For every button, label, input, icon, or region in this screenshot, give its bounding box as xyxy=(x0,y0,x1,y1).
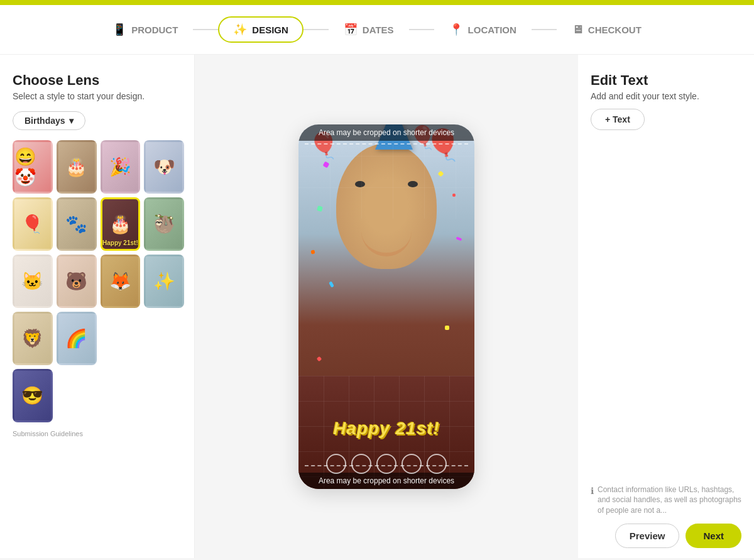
lens-item[interactable]: 🎂 xyxy=(57,140,97,194)
lens-preview: 😎 xyxy=(14,371,51,420)
lens-item[interactable]: 🌈 xyxy=(57,312,97,365)
lens-item[interactable]: 🦁 xyxy=(13,312,53,365)
left-panel: Choose Lens Select a style to start your… xyxy=(0,55,195,558)
lens-preview: 🦁 xyxy=(14,314,51,363)
birthday-overlay-text[interactable]: Happy 21st! xyxy=(333,419,440,439)
confetti xyxy=(317,356,322,361)
right-panel-bottom: ℹ Contact information like URLs, hashtag… xyxy=(591,472,741,548)
info-text: Contact information like URLs, hashtags,… xyxy=(598,485,741,516)
lens-item[interactable]: ✨ xyxy=(144,255,184,308)
next-button[interactable]: Next xyxy=(686,524,741,548)
face-circle[interactable] xyxy=(326,454,346,474)
lens-preview: 🎈 xyxy=(14,199,51,249)
preview-button[interactable]: Preview xyxy=(615,524,680,548)
step-navigation: 📱 PRODUCT ✨ DESIGN 📅 DATES 📍 LOCATION 🖥 … xyxy=(0,5,754,55)
confetti xyxy=(438,170,444,177)
lens-item[interactable]: 🐱 xyxy=(13,255,53,308)
crop-warning-top: Area may be cropped on shorter devices xyxy=(298,124,474,141)
dashed-top-line xyxy=(305,143,468,145)
dates-icon: 📅 xyxy=(344,23,358,36)
step-connector-2 xyxy=(303,29,329,30)
face-circle[interactable] xyxy=(376,454,396,474)
add-text-label: + Text xyxy=(605,114,630,124)
category-label: Birthdays xyxy=(25,116,65,126)
lens-preview: 🐻 xyxy=(58,256,95,306)
lens-preview: 🐱 xyxy=(14,256,51,306)
confetti xyxy=(452,194,456,197)
lens-item[interactable]: 🎈 xyxy=(13,197,53,251)
info-row: ℹ Contact information like URLs, hashtag… xyxy=(591,485,741,516)
face-circle[interactable] xyxy=(402,454,422,474)
confetti xyxy=(311,250,315,254)
location-icon: 📍 xyxy=(449,23,463,36)
lens-preview: 🐶 xyxy=(146,142,182,192)
confetti xyxy=(329,281,334,287)
phone-preview: 🎈 🎈 🎈 xyxy=(298,124,474,489)
checkout-icon: 🖥 xyxy=(572,23,583,36)
step-location[interactable]: 📍 LOCATION xyxy=(434,16,532,43)
category-dropdown[interactable]: Birthdays ▾ xyxy=(13,111,85,130)
lens-preview: 🌈 xyxy=(58,314,95,363)
step-design-label: DESIGN xyxy=(252,25,288,35)
lens-overlay-label: Happy 21st! xyxy=(102,239,139,246)
lens-preview: 🦊 xyxy=(102,256,139,306)
step-product-label: PRODUCT xyxy=(131,25,178,35)
lens-item[interactable]: 🦊 xyxy=(101,255,141,308)
next-label: Next xyxy=(703,530,724,541)
confetti xyxy=(456,236,462,241)
right-panel: Edit Text Add and edit your text style. … xyxy=(578,55,754,558)
confetti xyxy=(445,326,449,330)
right-panel-subtitle: Add and edit your text style. xyxy=(591,91,741,101)
product-icon: 📱 xyxy=(112,23,126,36)
step-design[interactable]: ✨ DESIGN xyxy=(218,16,303,43)
lens-item-selected[interactable]: 🎂 Happy 21st! xyxy=(101,197,141,251)
main-content: Choose Lens Select a style to start your… xyxy=(0,55,754,558)
face-circle[interactable] xyxy=(427,454,447,474)
lens-preview: 🎉 xyxy=(102,142,139,192)
lens-preview: 🐾 xyxy=(58,199,95,249)
step-product[interactable]: 📱 PRODUCT xyxy=(97,16,193,43)
step-checkout-label: CHECKOUT xyxy=(588,25,642,35)
confetti xyxy=(323,161,330,168)
step-location-label: LOCATION xyxy=(468,25,516,35)
lens-preview: ✨ xyxy=(146,256,182,306)
action-buttons: Preview Next xyxy=(591,524,741,548)
lens-preview: 😄🤡 xyxy=(14,142,51,192)
face-circles-row xyxy=(326,454,447,474)
lens-item[interactable]: 🐶 xyxy=(144,140,184,194)
lens-grid: 😄🤡 🎂 🎉 🐶 🎈 🐾 🎂 Happy 21st! xyxy=(13,140,184,365)
step-connector-3 xyxy=(409,29,434,30)
step-connector-4 xyxy=(532,29,557,30)
lens-item[interactable]: 🐾 xyxy=(57,197,97,251)
center-panel: 🎈 🎈 🎈 xyxy=(195,55,578,558)
phone-frame: 🎈 🎈 🎈 xyxy=(298,124,474,489)
eye-right xyxy=(408,181,418,187)
step-connector-1 xyxy=(193,29,218,30)
phone-content: 🎈 🎈 🎈 xyxy=(298,124,474,489)
left-panel-subtitle: Select a style to start your design. xyxy=(13,91,184,101)
lens-grid-extra: 😎 xyxy=(13,369,184,422)
face-simulation xyxy=(336,143,437,269)
submission-guidelines-link[interactable]: Submission Guidelines xyxy=(13,430,184,437)
top-accent-bar xyxy=(0,0,754,5)
lens-item[interactable]: 🦥 xyxy=(144,197,184,251)
step-checkout[interactable]: 🖥 CHECKOUT xyxy=(557,17,657,43)
face-circle[interactable] xyxy=(351,454,371,474)
lens-item[interactable]: 🎉 xyxy=(101,140,141,194)
lens-preview: 🎂 xyxy=(58,142,95,192)
right-panel-title: Edit Text xyxy=(591,72,741,89)
step-dates[interactable]: 📅 DATES xyxy=(329,16,409,43)
confetti xyxy=(317,206,323,212)
crop-warning-bottom: Area may be cropped on shorter devices xyxy=(298,473,474,489)
chevron-down-icon: ▾ xyxy=(69,116,74,126)
lens-item[interactable]: 🐻 xyxy=(57,255,97,308)
preview-label: Preview xyxy=(630,530,665,541)
add-text-button[interactable]: + Text xyxy=(591,109,645,130)
lens-item[interactable]: 😄🤡 xyxy=(13,140,53,194)
lens-item[interactable]: 😎 xyxy=(13,369,53,422)
lens-preview: 🦥 xyxy=(146,199,182,249)
left-panel-title: Choose Lens xyxy=(13,72,184,89)
design-icon: ✨ xyxy=(233,23,247,36)
info-icon: ℹ xyxy=(591,486,594,496)
eye-left xyxy=(355,181,365,187)
